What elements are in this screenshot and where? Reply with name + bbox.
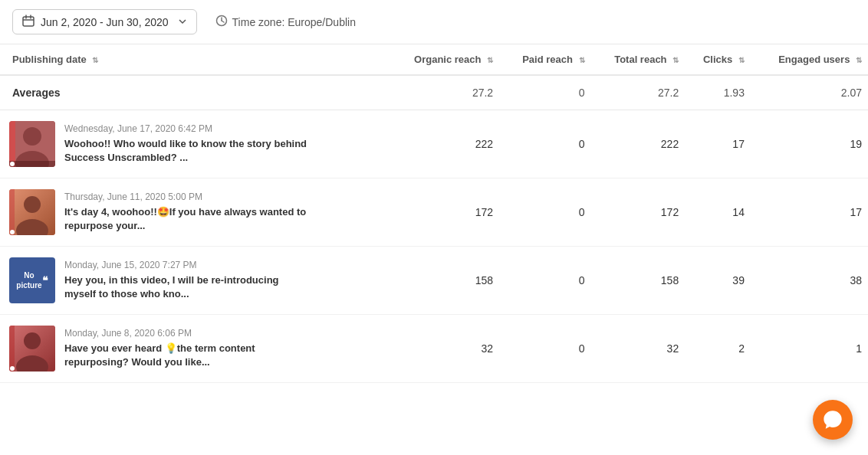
clicks-value: 2 <box>685 315 751 383</box>
averages-row: Averages 27.2 0 27.2 1.93 2.07 <box>0 75 868 110</box>
averages-label: Averages <box>0 75 387 110</box>
paid-reach-value: 0 <box>499 110 590 178</box>
date-picker[interactable]: Jun 2, 2020 - Jun 30, 2020 <box>12 9 197 34</box>
col-total-reach[interactable]: Total reach ⇅ <box>591 44 686 75</box>
post-text: Woohoo!! Who would like to know the stor… <box>64 137 310 165</box>
svg-point-21 <box>24 332 41 349</box>
sort-icon: ⇅ <box>579 56 585 64</box>
chevron-down-icon <box>178 16 187 28</box>
post-content: Thursday, June 11, 2020 5:00 PM It's day… <box>64 191 310 233</box>
post-thumbnail <box>9 326 55 372</box>
total-reach-value: 158 <box>591 247 686 315</box>
sort-icon: ⇅ <box>487 56 493 64</box>
svg-rect-23 <box>9 326 15 372</box>
data-table-container: Publishing date ⇅ Organic reach ⇅ Paid r… <box>0 44 868 383</box>
post-text: It's day 4, woohoo!!🤩If you have always … <box>64 205 310 233</box>
svg-rect-10 <box>9 121 15 167</box>
paid-reach-value: 0 <box>499 315 590 383</box>
svg-line-6 <box>222 21 224 22</box>
sort-icon: ⇅ <box>856 56 862 64</box>
engaged-users-value: 19 <box>751 110 868 178</box>
timezone-info: Time zone: Europe/Dublin <box>215 15 356 29</box>
sort-icon: ⇅ <box>92 56 98 64</box>
sort-icon: ⇅ <box>672 56 679 64</box>
total-reach-value: 172 <box>591 178 686 247</box>
averages-clicks: 1.93 <box>685 75 751 110</box>
averages-total-reach: 27.2 <box>591 75 686 110</box>
total-reach-value: 222 <box>591 110 686 178</box>
post-date: Wednesday, June 17, 2020 6:42 PM <box>64 123 310 134</box>
calendar-icon <box>22 15 35 29</box>
paid-reach-value: 0 <box>499 178 590 247</box>
organic-reach-value: 158 <box>387 247 499 315</box>
post-date: Monday, June 8, 2020 6:06 PM <box>64 328 310 339</box>
engaged-users-value: 17 <box>751 178 868 247</box>
clicks-value: 14 <box>685 178 751 247</box>
post-cell: Monday, June 8, 2020 6:06 PM Have you ev… <box>0 315 387 383</box>
col-organic-reach[interactable]: Organic reach ⇅ <box>387 44 499 75</box>
post-text: Hey you, in this video, I will be re-int… <box>64 273 310 301</box>
svg-point-15 <box>24 196 41 213</box>
organic-reach-value: 222 <box>387 110 499 178</box>
svg-point-18 <box>10 230 15 234</box>
table-row[interactable]: Nopicture❝ Monday, June 15, 2020 7:27 PM… <box>0 247 868 315</box>
post-content: Monday, June 8, 2020 6:06 PM Have you ev… <box>64 328 310 369</box>
col-engaged-users[interactable]: Engaged users ⇅ <box>751 44 868 75</box>
engaged-users-value: 38 <box>751 247 868 315</box>
post-cell: Wednesday, June 17, 2020 6:42 PM Woohoo!… <box>0 110 387 178</box>
table-row[interactable]: Monday, June 8, 2020 6:06 PM Have you ev… <box>0 315 868 383</box>
post-cell: Thursday, June 11, 2020 5:00 PM It's day… <box>0 178 387 247</box>
averages-organic-reach: 27.2 <box>387 75 499 110</box>
post-thumbnail <box>9 189 55 235</box>
engaged-users-value: 1 <box>751 315 868 383</box>
col-publishing-date[interactable]: Publishing date ⇅ <box>0 44 387 75</box>
clock-icon <box>215 15 228 29</box>
averages-paid-reach: 0 <box>499 75 590 110</box>
post-cell: Nopicture❝ Monday, June 15, 2020 7:27 PM… <box>0 247 387 315</box>
table-header-row: Publishing date ⇅ Organic reach ⇅ Paid r… <box>0 44 868 75</box>
post-thumbnail: Nopicture❝ <box>9 257 55 303</box>
svg-rect-11 <box>9 161 55 167</box>
clicks-value: 39 <box>685 247 751 315</box>
chat-fab-button[interactable] <box>813 400 853 440</box>
col-clicks[interactable]: Clicks ⇅ <box>685 44 751 75</box>
post-date: Thursday, June 11, 2020 5:00 PM <box>64 191 310 202</box>
averages-engaged-users: 2.07 <box>751 75 868 110</box>
post-date: Monday, June 15, 2020 7:27 PM <box>64 260 310 270</box>
top-bar: Jun 2, 2020 - Jun 30, 2020 Time zone: Eu… <box>0 0 868 44</box>
organic-reach-value: 32 <box>387 315 499 383</box>
total-reach-value: 32 <box>591 315 686 383</box>
col-paid-reach[interactable]: Paid reach ⇅ <box>499 44 590 75</box>
svg-point-12 <box>10 162 15 166</box>
post-thumbnail <box>9 121 55 167</box>
data-table: Publishing date ⇅ Organic reach ⇅ Paid r… <box>0 44 868 383</box>
timezone-label: Time zone: Europe/Dublin <box>232 16 356 28</box>
table-row[interactable]: Thursday, June 11, 2020 5:00 PM It's day… <box>0 178 868 247</box>
clicks-value: 17 <box>685 110 751 178</box>
organic-reach-value: 172 <box>387 178 499 247</box>
sort-icon: ⇅ <box>738 56 745 64</box>
svg-rect-0 <box>23 17 34 26</box>
paid-reach-value: 0 <box>499 247 590 315</box>
svg-rect-17 <box>9 189 15 235</box>
post-text: Have you ever heard 💡the term content re… <box>64 342 310 369</box>
date-range-label: Jun 2, 2020 - Jun 30, 2020 <box>41 16 169 28</box>
svg-point-24 <box>10 366 15 371</box>
post-content: Monday, June 15, 2020 7:27 PM Hey you, i… <box>64 260 310 301</box>
table-row[interactable]: Wednesday, June 17, 2020 6:42 PM Woohoo!… <box>0 110 868 178</box>
svg-point-8 <box>23 127 41 146</box>
post-content: Wednesday, June 17, 2020 6:42 PM Woohoo!… <box>64 123 310 165</box>
